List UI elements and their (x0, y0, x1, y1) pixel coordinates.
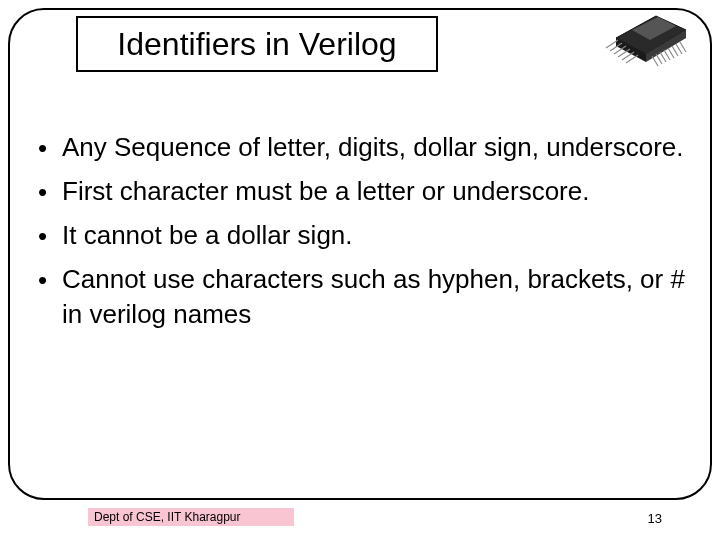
svg-line-10 (652, 56, 658, 66)
footer-band: Dept of CSE, IIT Kharagpur (88, 508, 294, 526)
svg-line-11 (656, 54, 662, 64)
bullet-text: Any Sequence of letter, digits, dollar s… (62, 130, 690, 165)
svg-line-13 (664, 50, 670, 60)
bullet-dot-icon: • (38, 130, 62, 166)
svg-line-12 (660, 52, 666, 62)
content-area: • Any Sequence of letter, digits, dollar… (38, 130, 690, 340)
bullet-item: • Cannot use characters such as hyphen, … (38, 262, 690, 332)
svg-line-15 (672, 46, 678, 56)
bullet-text: First character must be a letter or unde… (62, 174, 690, 209)
page-number: 13 (648, 511, 662, 526)
title-box: Identifiers in Verilog (76, 16, 438, 72)
bullet-dot-icon: • (38, 262, 62, 298)
slide: Identifiers in Verilog (0, 0, 720, 540)
bullet-item: • Any Sequence of letter, digits, dollar… (38, 130, 690, 166)
slide-title: Identifiers in Verilog (117, 26, 396, 63)
bullet-dot-icon: • (38, 174, 62, 210)
bullet-item: • First character must be a letter or un… (38, 174, 690, 210)
bullet-item: • It cannot be a dollar sign. (38, 218, 690, 254)
svg-line-17 (680, 42, 686, 52)
chip-illustration (586, 2, 696, 72)
bullet-text: Cannot use characters such as hyphen, br… (62, 262, 690, 332)
svg-line-16 (676, 44, 682, 54)
svg-line-14 (668, 48, 674, 58)
bullet-text: It cannot be a dollar sign. (62, 218, 690, 253)
bullet-dot-icon: • (38, 218, 62, 254)
footer-text: Dept of CSE, IIT Kharagpur (94, 510, 241, 524)
